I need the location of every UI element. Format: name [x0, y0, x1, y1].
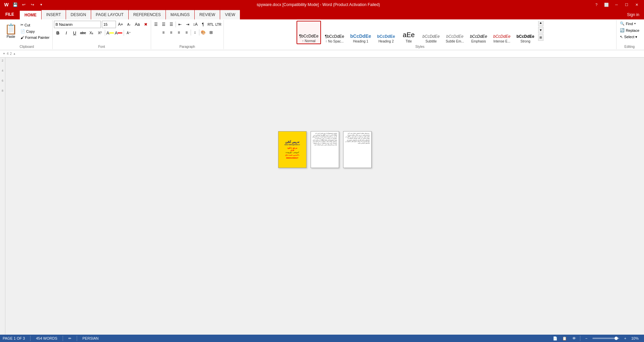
font-shrink-button[interactable]: A-	[125, 21, 133, 28]
style-emphasis[interactable]: bCcDdEe Emphasis	[468, 21, 490, 44]
style-heading1[interactable]: bCcDdEe Heading 1	[348, 21, 373, 44]
language-indicator: PERSIAN	[82, 336, 99, 340]
sign-in-btn[interactable]: Sign in	[622, 10, 644, 19]
page-2-thumbnail[interactable]: اسپایور (Spyware) یک نوع بدافزار است که …	[311, 131, 339, 168]
strikethrough-button[interactable]: abc	[79, 29, 87, 37]
text-highlight-button[interactable]: A	[106, 29, 114, 37]
font-name-input[interactable]	[54, 21, 101, 28]
copy-button[interactable]: 📄 Copy	[19, 28, 51, 34]
redo-icon[interactable]: ↪	[29, 1, 36, 8]
page-count: PAGE 1 OF 3	[3, 336, 25, 340]
status-sep1	[30, 336, 30, 341]
multilevel-list-button[interactable]: ☰	[168, 21, 175, 28]
tab-review[interactable]: REVIEW	[195, 10, 220, 19]
paste-button[interactable]: 📋 Paste	[3, 21, 19, 45]
zoom-slider[interactable]	[592, 338, 619, 339]
cut-button[interactable]: ✂ Cut	[19, 22, 51, 28]
style-title-preview: aЕе	[403, 31, 415, 39]
tab-design[interactable]: DESIGN	[66, 10, 91, 19]
print-layout-btn[interactable]: 📄	[552, 335, 559, 341]
find-button[interactable]: 🔍 Find ▾	[618, 21, 641, 26]
tab-page-layout[interactable]: PAGE LAYOUT	[91, 10, 128, 19]
bullets-button[interactable]: ☰	[152, 21, 160, 28]
page1-title: تدریس آنلاین	[285, 141, 299, 144]
style-normal[interactable]: ¶bCcDdEe ↑ Normal	[297, 21, 321, 44]
superscript-button[interactable]: X²	[96, 29, 104, 37]
rtl-button[interactable]: RTL	[207, 21, 214, 28]
full-reading-btn[interactable]: 📋	[561, 335, 568, 341]
justify-button[interactable]: ≡	[183, 29, 190, 36]
status-sep4	[580, 336, 580, 341]
ribbon-display-btn[interactable]: ⬜	[602, 1, 611, 8]
bold-button[interactable]: B	[54, 29, 62, 37]
borders-button[interactable]: ⊞	[207, 29, 215, 36]
select-label: Select ▾	[624, 35, 638, 39]
document-canvas[interactable]: تدریس آنلاین www.TalkingOnline.ir مرجع د…	[5, 58, 644, 342]
styles-scroll-up[interactable]: ▲	[538, 21, 543, 26]
increase-indent-button[interactable]: ⇥	[184, 21, 191, 28]
pages-container: تدریس آنلاین www.TalkingOnline.ir مرجع د…	[278, 131, 372, 168]
status-sep2	[63, 336, 63, 341]
subscript-button[interactable]: X₂	[87, 29, 95, 37]
customize-icon[interactable]: ▼	[38, 1, 45, 8]
page1-price: با کمترین قیمت بازار	[285, 154, 299, 156]
font-size-input[interactable]	[102, 21, 116, 28]
tab-references[interactable]: REFERENCES	[129, 10, 166, 19]
ltr-button[interactable]: LTR	[215, 21, 222, 28]
language-text: PERSIAN	[82, 336, 99, 340]
tab-home[interactable]: HOME	[20, 10, 41, 19]
zoom-in-btn[interactable]: +	[622, 335, 629, 341]
maximize-btn[interactable]: ☐	[622, 1, 631, 8]
undo-icon[interactable]: ↩	[20, 1, 27, 8]
numbering-button[interactable]: ☰	[160, 21, 168, 28]
tab-view[interactable]: VIEW	[220, 10, 240, 19]
page-1-thumbnail[interactable]: تدریس آنلاین www.TalkingOnline.ir مرجع د…	[278, 131, 307, 168]
text-effects-button[interactable]: A⁺	[125, 29, 132, 36]
decrease-indent-button[interactable]: ⇤	[176, 21, 184, 28]
help-btn[interactable]: ?	[592, 1, 601, 8]
ruler-number-2: 2	[10, 52, 12, 56]
page-3-content: روش های مقابله با اسپایور شامل نصب آنتی …	[343, 132, 371, 168]
style-heading2[interactable]: bCcDdEe Heading 2	[375, 21, 397, 44]
replace-label: Replace	[626, 28, 639, 32]
format-painter-button[interactable]: 🖌 Format Painter	[19, 35, 51, 40]
sort-button[interactable]: ↕A	[192, 21, 199, 28]
separator	[105, 30, 105, 36]
style-intense-em[interactable]: bCcDdEe Intense E...	[491, 21, 513, 44]
align-left-button[interactable]: ≡	[160, 29, 167, 36]
align-right-button[interactable]: ≡	[175, 29, 183, 36]
italic-button[interactable]: I	[62, 29, 70, 37]
select-button[interactable]: ↖ Select ▾	[618, 34, 641, 40]
font-color-button[interactable]: A	[115, 29, 123, 37]
word-icon: W	[3, 1, 10, 8]
align-center-button[interactable]: ≡	[168, 29, 175, 36]
tab-insert[interactable]: INSERT	[42, 10, 66, 19]
save-icon[interactable]: 💾	[11, 1, 19, 8]
styles-scroll-down[interactable]: ▼	[538, 27, 543, 33]
style-subtle-em[interactable]: bCcDdEe Subtle Em...	[443, 21, 466, 44]
style-subtle-em-label: Subtle Em...	[446, 39, 464, 43]
change-case-button[interactable]: Aa	[134, 21, 141, 28]
tab-file[interactable]: FILE	[0, 9, 19, 19]
page1-ref: مرجع دانلود	[287, 147, 297, 149]
underline-button[interactable]: U	[71, 29, 79, 37]
style-subtitle[interactable]: bCcDdEe Subtitle	[420, 21, 442, 44]
font-grow-button[interactable]: A+	[117, 21, 124, 28]
shading-button[interactable]: 🎨	[200, 29, 207, 36]
clear-format-button[interactable]: ✖	[142, 21, 149, 28]
close-btn[interactable]: ✕	[632, 1, 641, 8]
replace-button[interactable]: 🔄 Replace	[618, 27, 641, 33]
style-no-spacing[interactable]: ¶bCcDdEe ↑ No Spac...	[322, 21, 346, 44]
web-layout-btn[interactable]: 👁	[571, 335, 577, 341]
line-spacing-button[interactable]: ↕	[191, 29, 199, 36]
minimize-btn[interactable]: ─	[612, 1, 621, 8]
style-title[interactable]: aЕе Title	[399, 21, 419, 44]
styles-expand[interactable]: ⊞	[538, 34, 543, 41]
page1-type: آموزشی - پاورپوینت	[285, 151, 299, 153]
page-3-thumbnail[interactable]: روش های مقابله با اسپایور شامل نصب آنتی …	[343, 131, 372, 168]
zoom-out-btn[interactable]: −	[583, 335, 590, 341]
style-strong[interactable]: bCcDdEe Strong	[514, 21, 536, 44]
font-color-icon: A	[115, 30, 118, 35]
show-marks-button[interactable]: ¶	[199, 21, 207, 28]
tab-mailings[interactable]: MAILINGS	[166, 10, 194, 19]
